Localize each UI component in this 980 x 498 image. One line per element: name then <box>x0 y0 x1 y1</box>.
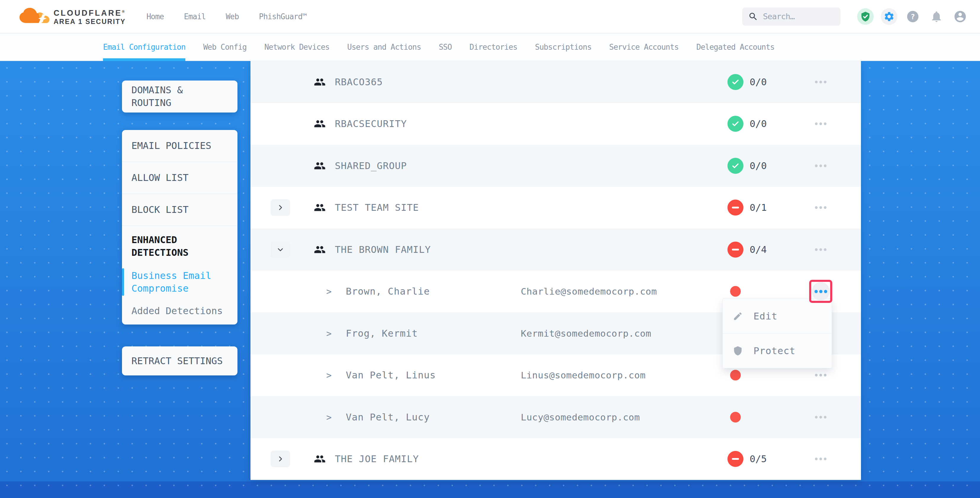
expand-row-button[interactable] <box>270 450 290 467</box>
table-row-group: RBACO3650/0 <box>250 61 861 103</box>
protected-count: 0/0 <box>750 76 767 88</box>
group-name: THE JOE FAMILY <box>335 453 419 465</box>
status-dot-unprotected <box>730 370 741 380</box>
member-email: Linus@somedemocorp.com <box>521 370 646 380</box>
status-minus-icon <box>727 451 743 467</box>
search-box[interactable] <box>742 7 840 26</box>
member-email: Charlie@somedemocorp.com <box>521 286 657 297</box>
group-icon <box>314 77 326 87</box>
expand-row-button[interactable] <box>270 199 290 216</box>
groups-table: RBACO3650/0RBACSECURITY0/0SHARED_GROUP0/… <box>250 61 861 480</box>
sidebar-card-policies: EMAIL POLICIES ALLOW LIST BLOCK LIST ENH… <box>122 130 237 325</box>
member-chevron-icon: > <box>326 328 332 339</box>
group-name: TEST TEAM SITE <box>335 202 419 213</box>
group-name: THE BROWN FAMILY <box>335 244 431 255</box>
tab-subscriptions[interactable]: Subscriptions <box>535 33 592 61</box>
group-name: RBACSECURITY <box>335 118 407 129</box>
groups-table-panel: RBACO3650/0RBACSECURITY0/0SHARED_GROUP0/… <box>250 61 861 480</box>
app-header: CLOUDFLARE® AREA 1 SECURITY Home Email W… <box>0 0 980 33</box>
protected-count: 0/4 <box>750 244 767 255</box>
nav-phishguard[interactable]: PhishGuard™ <box>259 12 307 21</box>
pencil-icon <box>733 311 743 321</box>
sidebar-item-added-detections[interactable]: Added Detections <box>122 298 237 325</box>
member-chevron-icon: > <box>326 286 332 297</box>
row-actions-menu-button[interactable] <box>812 371 830 380</box>
row-context-menu: Edit Protect <box>722 298 832 368</box>
tab-network-devices[interactable]: Network Devices <box>264 33 329 61</box>
table-row-group: RBACSECURITY0/0 <box>250 103 861 145</box>
avatar-icon[interactable] <box>952 8 969 25</box>
row-actions-menu-button[interactable] <box>811 282 830 301</box>
row-actions-menu-button[interactable] <box>812 204 830 212</box>
row-actions-menu-button[interactable] <box>812 78 830 86</box>
sidebar-item-enhanced-detections[interactable]: ENHANCED DETECTIONS <box>122 226 237 266</box>
sidebar-item-business-email-compromise[interactable]: Business Email Compromise <box>122 266 237 298</box>
minus-bar <box>732 249 739 250</box>
nav-home[interactable]: Home <box>146 12 164 21</box>
member-chevron-icon: > <box>326 370 332 380</box>
minus-bar <box>732 207 739 208</box>
primary-nav: Home Email Web PhishGuard™ <box>146 12 307 21</box>
brand-subtitle: AREA 1 SECURITY <box>54 18 126 26</box>
row-actions-menu-button[interactable] <box>812 413 830 421</box>
tab-email-configuration[interactable]: Email Configuration <box>103 33 185 61</box>
collapse-row-button[interactable] <box>270 241 290 258</box>
shield-check-icon[interactable] <box>857 8 874 25</box>
sidebar-item-email-policies[interactable]: EMAIL POLICIES <box>122 130 237 162</box>
row-actions-menu-button[interactable] <box>812 161 830 170</box>
group-icon <box>314 202 326 213</box>
tab-service-accounts[interactable]: Service Accounts <box>609 33 679 61</box>
group-icon <box>314 161 326 171</box>
search-icon <box>748 11 758 22</box>
nav-email[interactable]: Email <box>184 12 205 21</box>
shield-icon <box>733 346 743 356</box>
gear-icon[interactable] <box>881 8 897 25</box>
sidebar-item-allow-list[interactable]: ALLOW LIST <box>122 162 237 194</box>
logo-text: CLOUDFLARE® AREA 1 SECURITY <box>54 7 126 26</box>
group-name: RBACO365 <box>335 76 383 88</box>
row-actions-highlighted <box>809 280 832 303</box>
tab-users-and-actions[interactable]: Users and Actions <box>347 33 421 61</box>
tab-delegated-accounts[interactable]: Delegated Accounts <box>696 33 775 61</box>
group-name: SHARED_GROUP <box>335 160 407 172</box>
svg-text:?: ? <box>911 12 915 21</box>
status-dot-unprotected <box>730 286 741 297</box>
tab-sso[interactable]: SSO <box>439 33 452 61</box>
context-menu-item-edit[interactable]: Edit <box>723 299 832 333</box>
member-email: Kermit@somedemocorp.com <box>521 328 651 339</box>
header-icon-buttons: ? <box>857 8 969 25</box>
sidebar-card-retract-settings: RETRACT SETTINGS <box>122 347 237 375</box>
protected-count: 0/0 <box>750 118 767 129</box>
table-row-group: THE BROWN FAMILY0/4 <box>250 229 861 270</box>
minus-bar <box>732 458 739 460</box>
page: CLOUDFLARE® AREA 1 SECURITY Home Email W… <box>0 0 980 498</box>
row-actions-menu-button[interactable] <box>812 119 830 128</box>
help-icon[interactable]: ? <box>905 8 921 25</box>
table-row-group: SHARED_GROUP0/0 <box>250 145 861 187</box>
sidebar-item-block-list[interactable]: BLOCK LIST <box>122 194 237 226</box>
table-row-group: TEST TEAM SITE0/1 <box>250 187 861 229</box>
nav-web[interactable]: Web <box>226 12 239 21</box>
row-actions-menu-button[interactable] <box>812 245 830 254</box>
protected-count: 0/1 <box>750 202 767 213</box>
tab-web-config[interactable]: Web Config <box>203 33 247 61</box>
member-name: Van Pelt, Lucy <box>346 412 430 423</box>
cloudflare-logo[interactable]: CLOUDFLARE® AREA 1 SECURITY <box>19 7 126 26</box>
brand-name: CLOUDFLARE® <box>54 7 126 18</box>
sidebar-item-retract-settings[interactable]: RETRACT SETTINGS <box>122 347 237 375</box>
context-menu-item-protect[interactable]: Protect <box>723 333 832 368</box>
protected-count: 0/0 <box>750 160 767 172</box>
status-minus-icon <box>727 242 743 258</box>
bell-icon[interactable] <box>928 8 945 25</box>
member-name: Brown, Charlie <box>346 286 430 297</box>
group-icon <box>314 119 326 129</box>
protected-count: 0/5 <box>750 453 767 465</box>
row-actions-menu-button[interactable] <box>812 455 830 463</box>
member-name: Van Pelt, Linus <box>346 369 436 381</box>
context-menu-label: Edit <box>754 310 778 322</box>
tab-directories[interactable]: Directories <box>469 33 517 61</box>
search-input[interactable] <box>763 12 835 21</box>
section-tabs: Email Configuration Web Config Network D… <box>0 33 980 61</box>
sidebar-item-domains-routing[interactable]: DOMAINS & ROUTING <box>122 81 237 113</box>
status-minus-icon <box>727 200 743 216</box>
